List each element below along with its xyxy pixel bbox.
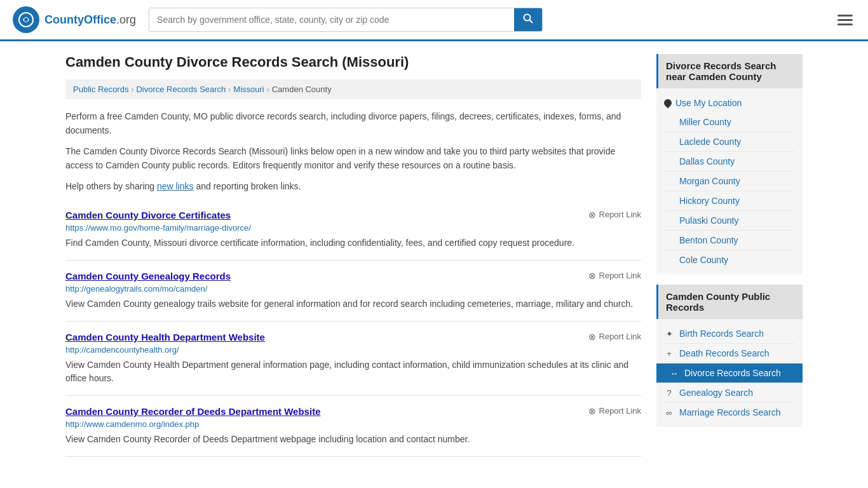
breadcrumb: Public Records › Divorce Records Search … <box>65 79 641 99</box>
nearby-county-label-7: Cole County <box>679 255 728 265</box>
pr-link-label-3: Genealogy Search <box>679 388 753 398</box>
pr-link-icon-4: ∞ <box>664 408 674 417</box>
pr-link-label-4: Marriage Records Search <box>679 407 781 417</box>
result-card-1: Camden County Genealogy Records ⊗ Report… <box>65 261 641 322</box>
report-icon-1: ⊗ <box>588 271 596 281</box>
public-records-section: Camden County Public Records ✦Birth Reco… <box>656 285 803 427</box>
result-url-1[interactable]: http://genealogytrails.com/mo/camden/ <box>65 284 641 294</box>
search-button[interactable] <box>514 8 542 31</box>
breadcrumb-camden-county: Camden County <box>272 85 332 94</box>
breadcrumb-sep-1: › <box>131 85 133 94</box>
use-location-label: Use My Location <box>675 98 742 108</box>
report-link-1[interactable]: ⊗ Report Link <box>588 271 641 281</box>
page-title: Camden County Divorce Records Search (Mi… <box>65 54 641 71</box>
header: CountyOffice.org <box>0 0 868 41</box>
nearby-county-label-0: Miller County <box>679 117 731 127</box>
nearby-county-label-4: Hickory County <box>679 196 740 206</box>
report-label-1: Report Link <box>599 271 641 280</box>
result-url-0[interactable]: https://www.mo.gov/home-family/marriage-… <box>65 223 641 233</box>
svg-point-1 <box>24 18 28 22</box>
menu-button[interactable] <box>835 12 855 28</box>
logo-link[interactable]: CountyOffice.org <box>13 6 136 33</box>
nearby-county-1[interactable]: Laclede County <box>664 132 795 152</box>
logo-text: CountyOffice.org <box>44 13 136 27</box>
pr-link-3[interactable]: ?Genealogy Search <box>664 383 795 403</box>
breadcrumb-divorce-records[interactable]: Divorce Records Search <box>136 85 226 94</box>
description-3-post: and reporting broken links. <box>194 181 301 191</box>
description-2: The Camden County Divorce Records Search… <box>65 144 641 173</box>
breadcrumb-public-records[interactable]: Public Records <box>73 85 128 94</box>
use-location[interactable]: Use My Location <box>664 93 795 112</box>
nearby-county-3[interactable]: Morgan County <box>664 172 795 191</box>
main-content: Camden County Divorce Records Search (Mi… <box>65 54 641 457</box>
nearby-county-label-2: Dallas County <box>679 156 735 166</box>
public-records-links: ✦Birth Records Search+Death Records Sear… <box>664 324 795 422</box>
result-title-3[interactable]: Camden County Recorder of Deeds Departme… <box>65 406 320 417</box>
logo-icon <box>13 6 39 33</box>
report-link-0[interactable]: ⊗ Report Link <box>588 210 641 220</box>
pr-link-label-2: Divorce Records Search <box>684 368 781 378</box>
svg-line-3 <box>530 20 533 24</box>
search-input[interactable] <box>149 8 514 31</box>
result-url-3[interactable]: http://www.camdenmo.org/index.php <box>65 419 641 429</box>
result-list: Camden County Divorce Certificates ⊗ Rep… <box>65 200 641 457</box>
breadcrumb-sep-3: › <box>267 85 269 94</box>
result-title-2[interactable]: Camden County Health Department Website <box>65 332 265 342</box>
result-desc-2: View Camden County Health Department gen… <box>65 358 641 385</box>
menu-line-2 <box>837 19 853 21</box>
report-label-0: Report Link <box>599 210 641 219</box>
nearby-section-body: Use My Location Miller CountyLaclede Cou… <box>656 88 803 274</box>
public-records-header: Camden County Public Records <box>656 285 803 319</box>
menu-line-1 <box>837 15 853 17</box>
breadcrumb-missouri[interactable]: Missouri <box>233 85 264 94</box>
page-container: Camden County Divorce Records Search (Mi… <box>53 41 815 470</box>
report-icon-2: ⊗ <box>588 332 596 342</box>
nearby-county-label-3: Morgan County <box>679 176 740 186</box>
pr-link-0[interactable]: ✦Birth Records Search <box>664 324 795 344</box>
report-label-3: Report Link <box>599 406 641 416</box>
result-card-3: Camden County Recorder of Deeds Departme… <box>65 396 641 457</box>
report-link-2[interactable]: ⊗ Report Link <box>588 332 641 342</box>
result-desc-3: View Camden County Recorder of Deeds Dep… <box>65 433 641 446</box>
result-desc-1: View Camden County genealogy trails webs… <box>65 297 641 311</box>
pr-link-icon-2: ↔ <box>669 369 679 378</box>
nearby-county-6[interactable]: Benton County <box>664 231 795 250</box>
pr-link-label-0: Birth Records Search <box>679 329 764 339</box>
new-links-link[interactable]: new links <box>157 181 194 191</box>
nearby-section: Divorce Records Search near Camden Count… <box>656 54 803 274</box>
pr-link-icon-0: ✦ <box>664 329 674 339</box>
nearby-county-label-1: Laclede County <box>679 137 741 147</box>
description-1: Perform a free Camden County, MO public … <box>65 109 641 138</box>
result-title-1[interactable]: Camden County Genealogy Records <box>65 271 231 281</box>
nearby-county-4[interactable]: Hickory County <box>664 191 795 211</box>
svg-point-2 <box>524 15 531 21</box>
result-desc-0: Find Camden County, Missouri divorce cer… <box>65 236 641 250</box>
nearby-county-2[interactable]: Dallas County <box>664 152 795 172</box>
report-link-3[interactable]: ⊗ Report Link <box>588 406 641 416</box>
nearby-county-label-6: Benton County <box>679 235 738 245</box>
result-card-header-3: Camden County Recorder of Deeds Departme… <box>65 406 641 417</box>
nearby-county-5[interactable]: Pulaski County <box>664 211 795 231</box>
result-url-2[interactable]: http://camdencountyhealth.org/ <box>65 345 641 355</box>
sidebar: Divorce Records Search near Camden Count… <box>656 54 803 457</box>
report-label-2: Report Link <box>599 332 641 341</box>
pr-link-icon-3: ? <box>664 388 674 398</box>
pr-link-1[interactable]: +Death Records Search <box>664 344 795 363</box>
result-card-header-0: Camden County Divorce Certificates ⊗ Rep… <box>65 210 641 220</box>
pr-link-2[interactable]: ↔Divorce Records Search <box>656 363 803 383</box>
logo-suffix: .org <box>116 13 136 26</box>
description-3: Help others by sharing new links and rep… <box>65 179 641 193</box>
result-title-0[interactable]: Camden County Divorce Certificates <box>65 210 231 220</box>
nearby-county-0[interactable]: Miller County <box>664 112 795 132</box>
pr-link-label-1: Death Records Search <box>679 348 770 358</box>
result-card-header-1: Camden County Genealogy Records ⊗ Report… <box>65 271 641 281</box>
menu-line-3 <box>837 24 853 25</box>
report-icon-3: ⊗ <box>588 406 596 416</box>
nearby-county-7[interactable]: Cole County <box>664 250 795 269</box>
nearby-counties: Miller CountyLaclede CountyDallas County… <box>664 112 795 269</box>
result-card-2: Camden County Health Department Website … <box>65 322 641 396</box>
nearby-section-header: Divorce Records Search near Camden Count… <box>656 54 803 88</box>
result-card-0: Camden County Divorce Certificates ⊗ Rep… <box>65 200 641 261</box>
pr-link-4[interactable]: ∞Marriage Records Search <box>664 403 795 422</box>
description-3-pre: Help others by sharing <box>65 181 157 191</box>
